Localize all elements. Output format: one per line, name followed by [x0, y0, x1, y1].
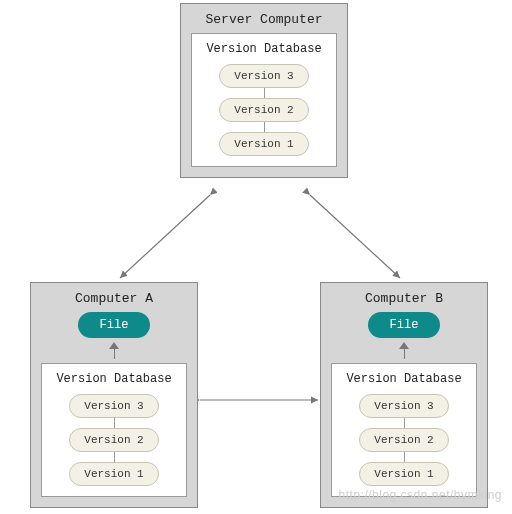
computer-b-title: Computer B: [331, 291, 477, 306]
server-version-list: Version 3 Version 2 Version 1: [202, 64, 326, 156]
server-computer-box: Server Computer Version Database Version…: [180, 3, 348, 178]
computer-a-version-list: Version 3 Version 2 Version 1: [52, 394, 176, 486]
computer-a-version-database: Version Database Version 3 Version 2 Ver…: [41, 363, 187, 497]
arrow-up-icon: [331, 342, 477, 359]
version-node: Version 3: [359, 394, 448, 418]
db-label: Version Database: [342, 372, 466, 386]
version-node: Version 1: [69, 462, 158, 486]
arrow-up-icon: [41, 342, 187, 359]
computer-b-version-database: Version Database Version 3 Version 2 Ver…: [331, 363, 477, 497]
version-connector: [404, 452, 405, 462]
db-label: Version Database: [202, 42, 326, 56]
svg-line-1: [310, 195, 400, 278]
version-node: Version 2: [219, 98, 308, 122]
version-connector: [264, 88, 265, 98]
version-node: Version 1: [359, 462, 448, 486]
watermark-text: http://blog.csdn.net/bymking: [339, 488, 502, 502]
version-node: Version 2: [69, 428, 158, 452]
version-connector: [404, 418, 405, 428]
file-pill: File: [368, 312, 441, 338]
version-connector: [264, 122, 265, 132]
version-connector: [114, 418, 115, 428]
computer-b-version-list: Version 3 Version 2 Version 1: [342, 394, 466, 486]
db-label: Version Database: [52, 372, 176, 386]
svg-line-0: [120, 195, 210, 278]
version-node: Version 1: [219, 132, 308, 156]
version-node: Version 3: [69, 394, 158, 418]
server-version-database: Version Database Version 3 Version 2 Ver…: [191, 33, 337, 167]
version-node: Version 3: [219, 64, 308, 88]
computer-a-title: Computer A: [41, 291, 187, 306]
version-connector: [114, 452, 115, 462]
file-pill: File: [78, 312, 151, 338]
computer-a-box: Computer A File Version Database Version…: [30, 282, 198, 508]
server-title: Server Computer: [191, 12, 337, 27]
computer-b-box: Computer B File Version Database Version…: [320, 282, 488, 508]
version-node: Version 2: [359, 428, 448, 452]
